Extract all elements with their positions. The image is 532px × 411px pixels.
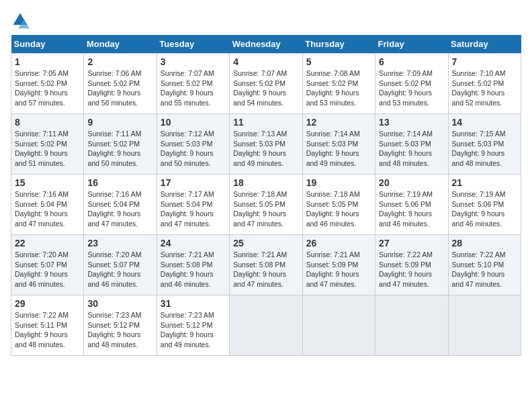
calendar-day-16: 16Sunrise: 7:16 AMSunset: 5:04 PMDayligh… — [84, 175, 157, 235]
calendar-day-26: 26Sunrise: 7:21 AMSunset: 5:09 PMDayligh… — [302, 235, 375, 295]
day-number: 25 — [233, 238, 298, 248]
day-number: 18 — [233, 177, 298, 188]
day-info: Sunrise: 7:11 AMSunset: 5:02 PMDaylight:… — [87, 129, 152, 169]
calendar-day-29: 29Sunrise: 7:22 AMSunset: 5:11 PMDayligh… — [11, 295, 84, 356]
calendar-day-5: 5Sunrise: 7:08 AMSunset: 5:02 PMDaylight… — [302, 54, 375, 114]
day-info: Sunrise: 7:19 AMSunset: 5:06 PMDaylight:… — [379, 189, 444, 229]
day-number: 17 — [161, 177, 226, 188]
day-info: Sunrise: 7:18 AMSunset: 5:05 PMDaylight:… — [233, 189, 298, 229]
calendar-day-14: 14Sunrise: 7:15 AMSunset: 5:03 PMDayligh… — [448, 114, 521, 175]
day-info: Sunrise: 7:20 AMSunset: 5:07 PMDaylight:… — [87, 250, 152, 289]
day-info: Sunrise: 7:22 AMSunset: 5:09 PMDaylight:… — [379, 250, 444, 289]
day-number: 30 — [87, 298, 152, 309]
day-number: 5 — [306, 56, 371, 67]
day-number: 6 — [379, 56, 444, 67]
calendar-day-6: 6Sunrise: 7:09 AMSunset: 5:02 PMDaylight… — [375, 54, 448, 114]
day-info: Sunrise: 7:15 AMSunset: 5:03 PMDaylight:… — [452, 129, 517, 169]
day-number: 24 — [161, 238, 226, 248]
calendar-day-3: 3Sunrise: 7:07 AMSunset: 5:02 PMDaylight… — [157, 54, 229, 114]
day-info: Sunrise: 7:22 AMSunset: 5:11 PMDaylight:… — [15, 310, 80, 350]
day-number: 23 — [87, 238, 152, 248]
day-number: 19 — [306, 177, 371, 188]
day-info: Sunrise: 7:10 AMSunset: 5:02 PMDaylight:… — [452, 68, 517, 108]
day-number: 4 — [233, 56, 298, 67]
day-info: Sunrise: 7:07 AMSunset: 5:02 PMDaylight:… — [233, 68, 298, 108]
day-info: Sunrise: 7:21 AMSunset: 5:08 PMDaylight:… — [233, 250, 298, 289]
day-info: Sunrise: 7:09 AMSunset: 5:02 PMDaylight:… — [379, 68, 444, 108]
day-number: 27 — [379, 238, 444, 248]
calendar-day-4: 4Sunrise: 7:07 AMSunset: 5:02 PMDaylight… — [230, 54, 302, 114]
calendar-day-19: 19Sunrise: 7:18 AMSunset: 5:05 PMDayligh… — [302, 175, 375, 235]
day-info: Sunrise: 7:23 AMSunset: 5:12 PMDaylight:… — [161, 310, 226, 350]
day-info: Sunrise: 7:22 AMSunset: 5:10 PMDaylight:… — [452, 250, 517, 289]
day-number: 31 — [161, 298, 226, 309]
calendar-day-2: 2Sunrise: 7:06 AMSunset: 5:02 PMDaylight… — [84, 54, 157, 114]
calendar-day-8: 8Sunrise: 7:11 AMSunset: 5:02 PMDaylight… — [11, 114, 84, 175]
day-number: 22 — [15, 238, 80, 248]
empty-cell — [448, 295, 521, 356]
empty-cell — [230, 295, 302, 356]
day-info: Sunrise: 7:11 AMSunset: 5:02 PMDaylight:… — [15, 129, 80, 169]
logo — [11, 11, 32, 30]
day-number: 16 — [87, 177, 152, 188]
day-info: Sunrise: 7:21 AMSunset: 5:08 PMDaylight:… — [161, 250, 226, 289]
calendar-day-17: 17Sunrise: 7:17 AMSunset: 5:04 PMDayligh… — [157, 175, 229, 235]
day-info: Sunrise: 7:23 AMSunset: 5:12 PMDaylight:… — [87, 310, 152, 350]
day-info: Sunrise: 7:17 AMSunset: 5:04 PMDaylight:… — [161, 189, 226, 229]
header-monday: Monday — [84, 35, 157, 54]
calendar-day-18: 18Sunrise: 7:18 AMSunset: 5:05 PMDayligh… — [230, 175, 302, 235]
day-number: 7 — [452, 56, 517, 67]
header-thursday: Thursday — [302, 35, 375, 54]
logo-icon — [11, 11, 30, 30]
calendar-table: Sunday Monday Tuesday Wednesday Thursday… — [11, 35, 521, 356]
day-info: Sunrise: 7:14 AMSunset: 5:03 PMDaylight:… — [306, 129, 371, 169]
header-sunday: Sunday — [11, 35, 84, 54]
day-info: Sunrise: 7:12 AMSunset: 5:03 PMDaylight:… — [161, 129, 226, 169]
day-info: Sunrise: 7:16 AMSunset: 5:04 PMDaylight:… — [15, 189, 80, 229]
day-info: Sunrise: 7:18 AMSunset: 5:05 PMDaylight:… — [306, 189, 371, 229]
day-number: 29 — [15, 298, 80, 309]
calendar-day-7: 7Sunrise: 7:10 AMSunset: 5:02 PMDaylight… — [448, 54, 521, 114]
calendar-day-28: 28Sunrise: 7:22 AMSunset: 5:10 PMDayligh… — [448, 235, 521, 295]
day-info: Sunrise: 7:08 AMSunset: 5:02 PMDaylight:… — [306, 68, 371, 108]
day-info: Sunrise: 7:06 AMSunset: 5:02 PMDaylight:… — [87, 68, 152, 108]
day-number: 28 — [452, 238, 517, 248]
header-saturday: Saturday — [448, 35, 521, 54]
calendar-day-1: 1Sunrise: 7:05 AMSunset: 5:02 PMDaylight… — [11, 54, 84, 114]
day-info: Sunrise: 7:07 AMSunset: 5:02 PMDaylight:… — [161, 68, 226, 108]
day-number: 3 — [161, 56, 226, 67]
empty-cell — [375, 295, 448, 356]
day-number: 2 — [87, 56, 152, 67]
day-number: 20 — [379, 177, 444, 188]
day-number: 11 — [233, 117, 298, 128]
day-info: Sunrise: 7:13 AMSunset: 5:03 PMDaylight:… — [233, 129, 298, 169]
calendar-day-12: 12Sunrise: 7:14 AMSunset: 5:03 PMDayligh… — [302, 114, 375, 175]
day-info: Sunrise: 7:20 AMSunset: 5:07 PMDaylight:… — [15, 250, 80, 289]
calendar-day-21: 21Sunrise: 7:19 AMSunset: 5:06 PMDayligh… — [448, 175, 521, 235]
day-number: 12 — [306, 117, 371, 128]
day-info: Sunrise: 7:19 AMSunset: 5:06 PMDaylight:… — [452, 189, 517, 229]
header-friday: Friday — [375, 35, 448, 54]
calendar-day-20: 20Sunrise: 7:19 AMSunset: 5:06 PMDayligh… — [375, 175, 448, 235]
day-info: Sunrise: 7:16 AMSunset: 5:04 PMDaylight:… — [87, 189, 152, 229]
day-number: 9 — [87, 117, 152, 128]
calendar-day-13: 13Sunrise: 7:14 AMSunset: 5:03 PMDayligh… — [375, 114, 448, 175]
day-number: 8 — [15, 117, 80, 128]
calendar-day-10: 10Sunrise: 7:12 AMSunset: 5:03 PMDayligh… — [157, 114, 229, 175]
header-wednesday: Wednesday — [230, 35, 302, 54]
header-tuesday: Tuesday — [157, 35, 229, 54]
weekday-header-row: Sunday Monday Tuesday Wednesday Thursday… — [11, 35, 521, 54]
calendar-day-27: 27Sunrise: 7:22 AMSunset: 5:09 PMDayligh… — [375, 235, 448, 295]
calendar-day-11: 11Sunrise: 7:13 AMSunset: 5:03 PMDayligh… — [230, 114, 302, 175]
calendar-day-22: 22Sunrise: 7:20 AMSunset: 5:07 PMDayligh… — [11, 235, 84, 295]
empty-cell — [302, 295, 375, 356]
day-number: 26 — [306, 238, 371, 248]
day-number: 1 — [15, 56, 80, 67]
day-number: 15 — [15, 177, 80, 188]
calendar-day-23: 23Sunrise: 7:20 AMSunset: 5:07 PMDayligh… — [84, 235, 157, 295]
calendar-day-25: 25Sunrise: 7:21 AMSunset: 5:08 PMDayligh… — [230, 235, 302, 295]
day-number: 10 — [161, 117, 226, 128]
page-header — [11, 11, 521, 30]
day-number: 21 — [452, 177, 517, 188]
day-number: 14 — [452, 117, 517, 128]
